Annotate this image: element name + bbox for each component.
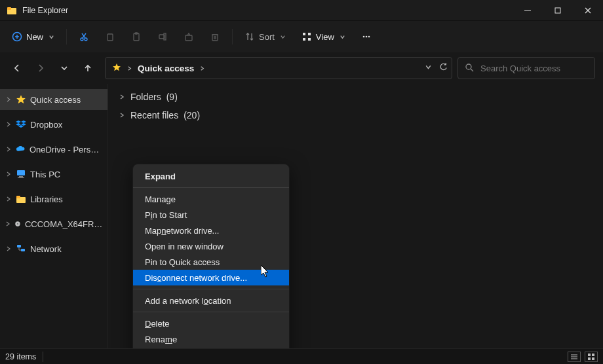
details-view-toggle[interactable] [568,352,581,362]
ctx-map-network-drive[interactable]: Map network drive... [133,223,289,238]
chevron-right-icon[interactable] [5,172,12,177]
chevron-right-icon[interactable] [5,246,12,251]
svg-marker-40 [21,123,26,126]
svg-marker-33 [113,64,121,71]
address-bar[interactable]: Quick access [105,57,452,79]
minimize-button[interactable] [513,0,543,21]
ctx-expand[interactable]: Expand [133,168,289,184]
ctx-manage[interactable]: Manage [133,191,289,207]
new-button[interactable]: New [5,26,61,48]
app-icon [7,5,17,16]
sidebar-item-label: CCCOMA_X64FRE_EN-US_DV9 [25,219,104,229]
sidebar-item-this-pc[interactable]: This PC [0,164,107,185]
search-box[interactable] [457,57,595,79]
rename-button[interactable] [151,26,174,48]
svg-rect-46 [16,196,20,198]
svg-point-9 [81,38,83,41]
ctx-disconnect-network-drive[interactable]: Disconnect network drive... [133,270,289,285]
svg-point-48 [17,223,18,225]
chevron-right-icon[interactable] [5,147,12,152]
network-icon [16,244,26,254]
ctx-delete[interactable]: Delete [133,316,289,331]
maximize-button[interactable] [543,0,573,21]
group-header-folders[interactable]: Folders (9) [119,92,593,102]
sidebar-item-label: This PC [30,170,60,179]
sidebar-item-quick-access[interactable]: Quick access [0,89,107,110]
separator [66,29,67,45]
group-count: (20) [184,110,200,120]
pc-icon [16,169,26,179]
svg-rect-49 [17,245,21,247]
svg-rect-58 [592,357,594,360]
status-bar: 29 items [0,348,603,364]
svg-rect-55 [588,354,591,356]
chevron-right-icon[interactable] [199,64,205,73]
sidebar-item-libraries[interactable]: Libraries [0,189,107,209]
sort-button-label: Sort [259,32,275,42]
group-header-recent[interactable]: Recent files (20) [119,110,593,120]
view-button[interactable]: View [295,26,352,48]
refresh-button[interactable] [439,63,448,73]
svg-marker-39 [16,123,21,126]
group-name: Recent files [130,110,178,120]
chevron-right-icon[interactable] [5,221,10,227]
ctx-pin-quick-access[interactable]: Pin to Quick access [133,254,289,270]
copy-button[interactable] [98,26,122,48]
ctx-rename[interactable]: Rename [133,331,289,347]
window-title: File Explorer [22,6,68,15]
recent-locations-button[interactable] [55,59,73,77]
chevron-right-icon[interactable] [5,97,12,102]
svg-line-35 [471,69,473,71]
separator [232,29,233,45]
paste-button[interactable] [125,26,148,48]
svg-rect-3 [555,8,560,13]
delete-button[interactable] [203,26,227,48]
svg-point-10 [85,38,87,41]
command-bar: New Sort View [0,21,603,52]
sidebar-item-dropbox[interactable]: Dropbox [0,114,107,135]
star-icon [16,94,26,105]
new-button-label: New [26,32,43,42]
sidebar-item-label: Network [30,244,62,254]
search-input[interactable] [479,63,592,74]
forward-button[interactable] [31,59,50,77]
ctx-open-new-window[interactable]: Open in new window [133,238,289,254]
cut-button[interactable] [72,26,96,48]
chevron-right-icon[interactable] [5,196,12,202]
ctx-separator [133,187,289,188]
svg-point-30 [366,36,368,38]
close-button[interactable] [573,0,603,21]
svg-rect-57 [588,357,591,360]
sort-button[interactable]: Sort [238,26,292,48]
navigation-pane: Quick access Dropbox OneDrive - Personal… [0,84,108,348]
context-menu[interactable]: Expand Manage Pin to Start Map network d… [132,164,290,364]
back-button[interactable] [8,59,26,77]
navigation-row: Quick access [0,52,603,84]
sidebar-item-onedrive[interactable]: OneDrive - Personal [0,139,107,160]
title-bar: File Explorer [0,0,603,21]
sidebar-item-network[interactable]: Network [0,238,107,259]
svg-point-34 [466,64,471,69]
chevron-right-icon[interactable] [126,64,132,73]
chevron-right-icon [119,92,125,102]
svg-rect-56 [592,354,594,356]
ctx-add-network-location[interactable]: Add a network location [133,293,289,308]
separator [43,352,43,362]
chevron-right-icon[interactable] [5,122,12,127]
svg-marker-41 [18,125,24,128]
sidebar-item-label: Libraries [30,194,63,204]
share-button[interactable] [177,26,201,48]
more-button[interactable] [355,26,378,48]
svg-marker-38 [21,120,26,123]
cloud-icon [16,144,26,155]
large-icons-view-toggle[interactable] [585,352,598,362]
up-button[interactable] [79,59,97,77]
sidebar-item-disc[interactable]: CCCOMA_X64FRE_EN-US_DV9 [0,213,107,234]
svg-point-31 [368,36,370,38]
ctx-pin-to-start[interactable]: Pin to Start [133,207,289,223]
breadcrumb[interactable]: Quick access [138,64,194,73]
address-dropdown-button[interactable] [424,63,433,73]
svg-marker-36 [16,95,26,103]
svg-rect-42 [17,170,25,175]
svg-rect-18 [185,35,192,41]
